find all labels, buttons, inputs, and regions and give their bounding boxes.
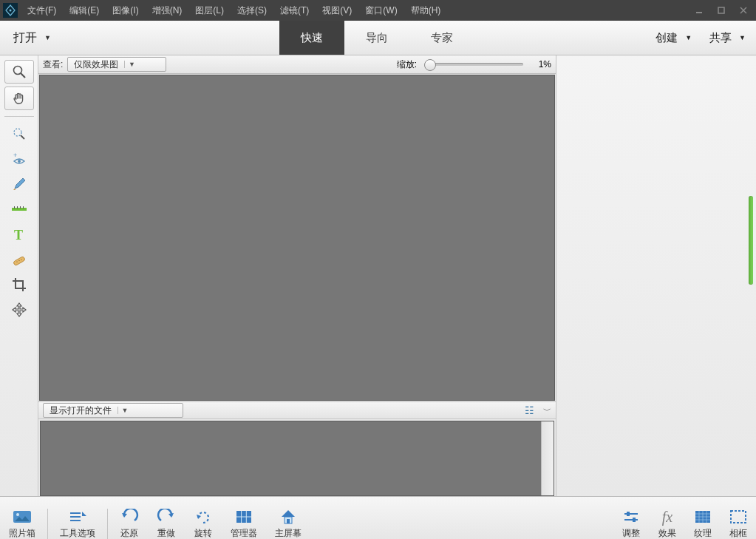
open-files-value: 显示打开的文件 xyxy=(44,404,118,417)
open-button[interactable]: 打开 ▼ xyxy=(0,21,64,55)
share-label: 共享 xyxy=(709,31,732,45)
bottombar: 照片箱 工具选项 还原 重做 旋转 管理器 主屏幕 xyxy=(0,496,756,539)
chevron-down-icon: ▼ xyxy=(118,407,132,414)
chevron-down-icon[interactable]: ﹀ xyxy=(543,405,551,416)
view-label: 查看: xyxy=(43,58,63,71)
titlebar: 文件(F) 编辑(E) 图像(I) 增强(N) 图层(L) 选择(S) 滤镜(T… xyxy=(0,0,756,21)
workarea: + T 查看: 仅限效果图 ▼ 缩放: 1% 显示打开的文件 ▼ xyxy=(0,55,756,496)
sliders-icon xyxy=(622,506,641,527)
crop-tool[interactable] xyxy=(5,274,33,296)
text-tool[interactable]: T xyxy=(5,223,33,245)
create-button[interactable]: 创建▼ xyxy=(651,31,696,45)
svg-rect-36 xyxy=(633,518,636,522)
svg-point-20 xyxy=(18,260,19,261)
hand-tool[interactable] xyxy=(4,87,34,110)
menu-file[interactable]: 文件(F) xyxy=(21,0,63,21)
frames-button[interactable]: 相框 xyxy=(721,501,756,539)
undo-label: 还原 xyxy=(120,527,138,539)
brush-tool[interactable] xyxy=(5,173,33,195)
photo-icon xyxy=(12,506,33,527)
svg-line-9 xyxy=(21,135,24,139)
svg-point-23 xyxy=(16,513,19,516)
tab-expert[interactable]: 专家 xyxy=(409,21,474,55)
tab-quick[interactable]: 快速 xyxy=(279,21,344,55)
menu-edit[interactable]: 编辑(E) xyxy=(63,0,106,21)
grid-icon xyxy=(234,506,253,527)
zoom-value: 1% xyxy=(529,59,551,70)
modebar: 打开 ▼ 快速 导向 专家 创建▼ 共享▼ xyxy=(0,21,756,55)
tool-options-label: 工具选项 xyxy=(60,527,95,539)
svg-point-1 xyxy=(10,10,12,12)
move-tool[interactable] xyxy=(5,299,33,321)
svg-rect-35 xyxy=(627,512,630,516)
redo-label: 重做 xyxy=(157,527,175,539)
photo-bin-strip[interactable] xyxy=(40,421,554,496)
texture-icon xyxy=(694,506,712,527)
rotate-button[interactable]: 旋转 xyxy=(185,501,222,539)
undo-icon xyxy=(120,506,139,527)
svg-text:+: + xyxy=(13,152,17,159)
textures-button[interactable]: 纹理 xyxy=(685,501,721,539)
svg-rect-15 xyxy=(20,206,21,209)
frames-label: 相框 xyxy=(729,527,747,539)
tab-guided[interactable]: 导向 xyxy=(344,21,409,55)
svg-rect-44 xyxy=(731,511,746,523)
svg-rect-13 xyxy=(14,206,15,209)
quick-select-tool[interactable] xyxy=(5,123,33,145)
menu-view[interactable]: 视图(V) xyxy=(316,0,358,21)
home-button[interactable]: 主屏幕 xyxy=(266,501,310,539)
app-icon xyxy=(0,0,21,21)
chevron-down-icon: ▼ xyxy=(685,34,692,41)
heal-tool[interactable] xyxy=(5,248,33,271)
svg-point-11 xyxy=(18,160,21,163)
chevron-down-icon: ▼ xyxy=(739,34,746,41)
eye-tool[interactable]: + xyxy=(5,148,33,170)
view-combo[interactable]: 仅限效果图 ▼ xyxy=(67,57,166,72)
options-icon xyxy=(67,506,88,527)
open-files-bar: 显示打开的文件 ▼ ☷ ﹀ xyxy=(38,401,556,419)
zoom-tool[interactable] xyxy=(4,60,34,84)
menu-layer[interactable]: 图层(L) xyxy=(188,0,231,21)
scrollbar-vertical[interactable] xyxy=(541,421,554,495)
photo-bin-button[interactable]: 照片箱 xyxy=(0,501,44,539)
svg-rect-14 xyxy=(17,206,18,209)
menu-filter[interactable]: 滤镜(T) xyxy=(273,0,316,21)
adjust-button[interactable]: 调整 xyxy=(613,501,650,539)
menu-image[interactable]: 图像(I) xyxy=(106,0,145,21)
rotate-label: 旋转 xyxy=(194,527,212,539)
adjust-label: 调整 xyxy=(622,527,640,539)
organizer-button[interactable]: 管理器 xyxy=(222,501,266,539)
view-combo-value: 仅限效果图 xyxy=(68,58,124,71)
tool-column: + T xyxy=(0,55,38,496)
list-icon[interactable]: ☷ xyxy=(525,404,534,416)
svg-text:T: T xyxy=(14,228,23,243)
straighten-tool[interactable] xyxy=(5,198,33,220)
svg-point-6 xyxy=(13,67,21,75)
open-files-combo[interactable]: 显示打开的文件 ▼ xyxy=(43,403,183,418)
share-button[interactable]: 共享▼ xyxy=(705,31,750,45)
zoom-thumb[interactable] xyxy=(424,59,436,71)
maximize-button[interactable] xyxy=(712,4,731,17)
effects-button[interactable]: fx 效果 xyxy=(650,501,685,539)
organizer-label: 管理器 xyxy=(231,527,257,539)
zoom-slider[interactable] xyxy=(427,63,523,66)
frame-icon xyxy=(729,506,747,527)
redo-button[interactable]: 重做 xyxy=(148,501,185,539)
close-button[interactable] xyxy=(734,4,753,17)
textures-label: 纹理 xyxy=(694,527,712,539)
svg-rect-16 xyxy=(23,206,24,209)
chevron-down-icon: ▼ xyxy=(124,61,138,68)
canvas[interactable] xyxy=(39,75,555,401)
menu-enhance[interactable]: 增强(N) xyxy=(146,0,189,21)
svg-rect-3 xyxy=(718,7,724,13)
menu-window[interactable]: 窗口(W) xyxy=(358,0,403,21)
view-options-bar: 查看: 仅限效果图 ▼ 缩放: 1% xyxy=(38,55,556,74)
undo-button[interactable]: 还原 xyxy=(111,501,148,539)
svg-line-7 xyxy=(21,73,25,78)
zoom-label: 缩放: xyxy=(397,58,417,71)
menu-help[interactable]: 帮助(H) xyxy=(404,0,448,21)
minimize-button[interactable] xyxy=(689,4,709,17)
menu-select[interactable]: 选择(S) xyxy=(231,0,273,21)
tool-options-button[interactable]: 工具选项 xyxy=(51,501,104,539)
panel-scroll-indicator[interactable] xyxy=(749,196,753,285)
